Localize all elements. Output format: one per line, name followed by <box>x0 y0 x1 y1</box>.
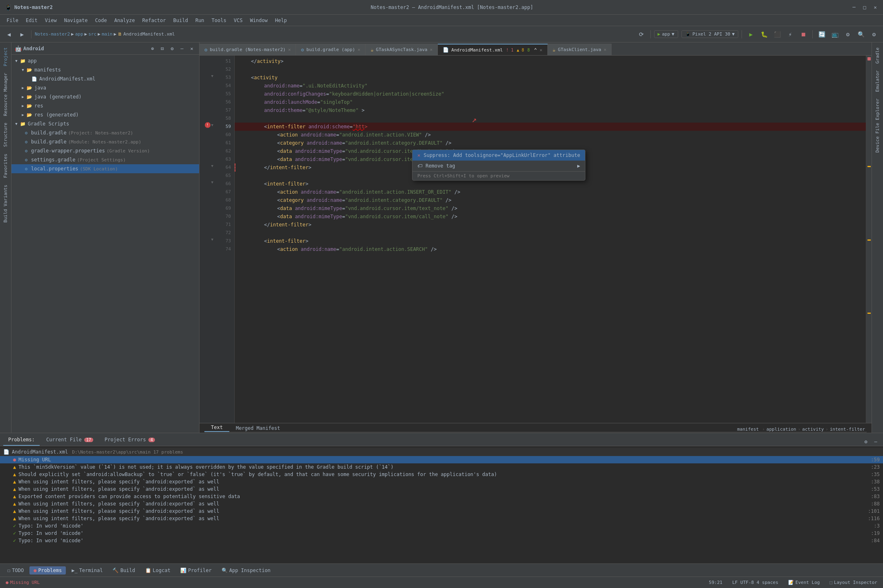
minimize-btn[interactable]: ─ <box>851 4 857 10</box>
code-content[interactable]: </activity> <activity android:name=".ui.… <box>235 56 866 423</box>
tab-close-gradle-proj[interactable]: ✕ <box>288 47 291 52</box>
menu-window[interactable]: Window <box>247 16 271 25</box>
tree-item-build-gradle-module[interactable]: ⚙ build.gradle (Module: Notes-master2.ap… <box>11 137 199 146</box>
tree-item-manifests[interactable]: ▼ 📂 manifests <box>11 65 199 74</box>
menu-help[interactable]: Help <box>272 16 290 25</box>
vtab-device-file-explorer[interactable]: Device File Explorer <box>872 95 883 156</box>
run-coverage-btn[interactable]: ⬛ <box>771 29 783 40</box>
nav-app[interactable]: app <box>75 31 83 37</box>
panel-close-btn[interactable]: — <box>872 438 880 446</box>
tree-item-res[interactable]: ▶ 📂 res <box>11 101 199 110</box>
sidebar-settings-btn[interactable]: ⚙ <box>168 45 176 53</box>
problem-allowbackup[interactable]: ▲ Should explicitly set `android:allowBa… <box>0 471 883 478</box>
fold-59[interactable]: ▼ <box>211 123 213 127</box>
fold-53[interactable]: ▼ <box>211 74 213 78</box>
action-todo[interactable]: ☐ TODO <box>3 566 28 575</box>
sdk-btn[interactable]: ⚙ <box>842 29 854 40</box>
tab-close-gtask[interactable]: ✕ <box>430 47 433 52</box>
vtab-structure[interactable]: Structure <box>0 119 11 150</box>
tab-build-gradle-project[interactable]: ⚙ build.gradle (Notes-master2) ✕ <box>199 44 296 55</box>
sidebar-close-btn[interactable]: ✕ <box>188 45 196 53</box>
menu-tools[interactable]: Tools <box>208 16 230 25</box>
status-line-col[interactable]: 59:21 <box>706 579 725 586</box>
problem-exported-116[interactable]: ▲ When using intent filters, please spec… <box>0 515 883 522</box>
nav-main[interactable]: main <box>102 31 113 37</box>
menu-vcs[interactable]: VCS <box>231 16 246 25</box>
nav-project[interactable]: Notes-master2 <box>35 31 70 37</box>
search-everywhere-btn[interactable]: 🔍 <box>855 29 867 40</box>
stop-btn[interactable]: ⏹ <box>798 29 809 40</box>
tree-item-settings-gradle[interactable]: ⚙ settings.gradle (Project Settings) <box>11 155 199 164</box>
menu-build[interactable]: Build <box>170 16 191 25</box>
fold-73[interactable]: ▼ <box>211 237 213 241</box>
panel-settings-btn[interactable]: ⚙ <box>862 438 870 446</box>
tab-project-errors[interactable]: Project Errors 4 <box>100 434 160 446</box>
vtab-favorites[interactable]: Favorites <box>0 150 11 181</box>
run-btn[interactable]: ▶ <box>745 29 757 40</box>
sync-project-btn[interactable]: 🔄 <box>816 29 827 40</box>
status-layout-inspector[interactable]: ⬚ Layout Inspector <box>827 579 880 586</box>
action-problems[interactable]: ● Problems <box>29 566 66 575</box>
tree-item-res-gen[interactable]: ▶ 📂 res (generated) <box>11 110 199 119</box>
sync-btn[interactable]: ⟳ <box>636 29 647 40</box>
tab-gtaskclient[interactable]: ☕ GTaskClient.java ✕ <box>548 44 612 55</box>
problem-content-provider[interactable]: ▲ Exported content providers can provide… <box>0 493 883 500</box>
sidebar-gear-btn[interactable]: — <box>178 45 186 53</box>
action-logcat[interactable]: 📋 Logcat <box>141 566 175 575</box>
device-dropdown[interactable]: 📱 Pixel 2 API 30 ▼ <box>681 30 738 38</box>
menu-edit[interactable]: Edit <box>22 16 41 25</box>
tab-merged-manifest[interactable]: Merged Manifest <box>229 425 287 432</box>
tree-item-app[interactable]: ▼ 📁 app <box>11 56 199 65</box>
tab-close-manifest[interactable]: ✕ <box>540 47 542 53</box>
fold-66[interactable]: ▼ <box>211 180 213 184</box>
tree-item-java[interactable]: ▶ 📂 java <box>11 83 199 92</box>
vtab-gradle[interactable]: Gradle <box>872 44 883 67</box>
debug-btn[interactable]: 🐛 <box>758 29 770 40</box>
app-config-dropdown[interactable]: ▶ app ▼ <box>654 30 678 38</box>
tab-current-file[interactable]: Current File 17 <box>41 434 98 446</box>
avd-btn[interactable]: 📺 <box>829 29 840 40</box>
problem-typo-84[interactable]: ✓ Typo: In word 'micode' :84 <box>0 537 883 544</box>
sidebar-scope-btn[interactable]: ⊕ <box>148 45 157 53</box>
problem-missing-url[interactable]: ● Missing URL :59 <box>0 456 883 463</box>
action-build[interactable]: 🔨 Build <box>108 566 139 575</box>
menu-file[interactable]: File <box>3 16 22 25</box>
vtab-emulator[interactable]: Emulator <box>872 67 883 95</box>
problem-file-header[interactable]: 📄 AndroidManifest.xml D:\Notes-master2\a… <box>0 448 883 456</box>
status-errors[interactable]: ● Missing URL <box>3 579 42 586</box>
vtab-resource-manager[interactable]: Resource Manager <box>0 69 11 119</box>
profile-btn[interactable]: ⚡ <box>784 29 796 40</box>
problem-exported-101[interactable]: ▲ When using intent filters, please spec… <box>0 508 883 515</box>
tab-text[interactable]: Text <box>204 424 229 432</box>
tree-item-java-gen[interactable]: ▶ 📂 java (generated) <box>11 92 199 101</box>
sidebar-collapse-all-btn[interactable]: ⊟ <box>158 45 166 53</box>
status-event-log[interactable]: 📝 Event Log <box>786 579 822 586</box>
problem-exported-88[interactable]: ▲ When using intent filters, please spec… <box>0 500 883 508</box>
tab-close-gtaskclient[interactable]: ✕ <box>604 47 607 52</box>
context-menu-suppress[interactable]: ✕ Suppress: Add toolsignore="AppLinkUrlE… <box>412 150 585 161</box>
menu-view[interactable]: View <box>42 16 60 25</box>
problem-exported-38[interactable]: ▲ When using intent filters, please spec… <box>0 478 883 485</box>
fold-64[interactable]: ▼ <box>211 164 213 168</box>
menu-code[interactable]: Code <box>92 16 110 25</box>
settings-btn[interactable]: ⚙ <box>868 29 880 40</box>
action-profiler[interactable]: 📊 Profiler <box>176 566 216 575</box>
tree-item-gradle-wrapper[interactable]: ⚙ gradle-wrapper.properties (Gradle Vers… <box>11 146 199 155</box>
tree-item-build-gradle-project[interactable]: ⚙ build.gradle (Project: Notes-master2) <box>11 128 199 137</box>
menu-navigate[interactable]: Navigate <box>61 16 91 25</box>
problem-minsdk[interactable]: ▲ This `minSdkVersion` value (`14`) is n… <box>0 463 883 471</box>
context-menu-remove-tag[interactable]: 🏷 Remove tag ▶ <box>412 161 585 171</box>
back-btn[interactable]: ◀ <box>3 29 15 40</box>
problem-typo-3[interactable]: ✓ Typo: In word 'micode' :3 <box>0 522 883 530</box>
nav-manifest-file[interactable]: 🗎 <box>118 31 122 37</box>
forward-btn[interactable]: ▶ <box>16 29 28 40</box>
vtab-project[interactable]: Project <box>0 44 11 69</box>
tree-item-local-props[interactable]: ⚙ local.properties (SDK Location) <box>11 164 199 173</box>
menu-run[interactable]: Run <box>192 16 208 25</box>
status-encoding[interactable]: LF UTF-8 4 spaces <box>730 579 781 586</box>
error-badge-59[interactable]: ! <box>205 122 211 128</box>
tab-androidmanifest[interactable]: 📄 AndroidManifest.xml ! 1 ▲ 8 8 ⌃ ✕ <box>438 44 547 55</box>
tab-close-gradle-app[interactable]: ✕ <box>358 47 361 52</box>
tree-item-gradle-scripts[interactable]: ▼ 📁 Gradle Scripts <box>11 119 199 128</box>
action-terminal[interactable]: ▶_ Terminal <box>67 566 107 575</box>
